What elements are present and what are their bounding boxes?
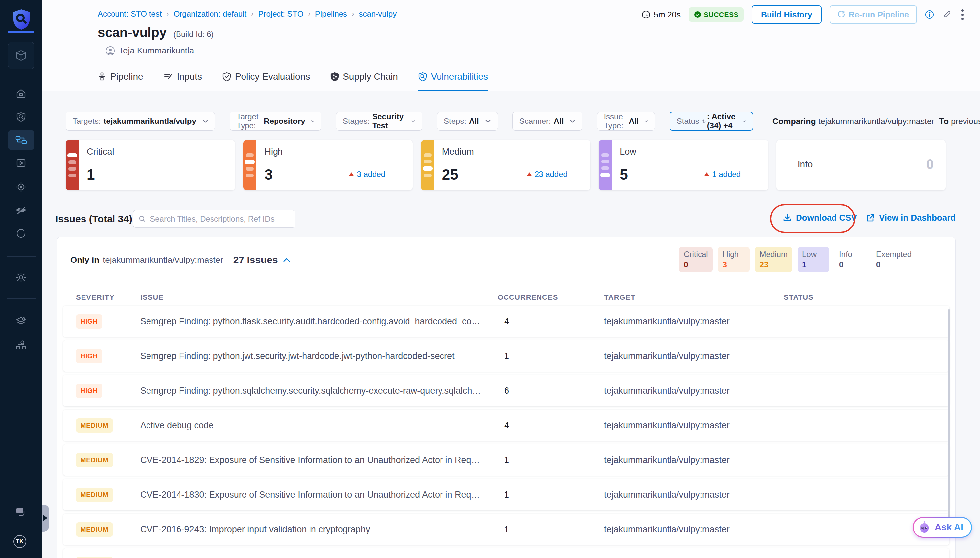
high-card[interactable]: High 3 3 added xyxy=(243,140,412,190)
issue-title: CVE-2014-1830: Exposure of Sensitive Inf… xyxy=(140,490,497,500)
tab-vulnerabilities[interactable]: Vulnerabilities xyxy=(419,68,488,92)
tab-inputs[interactable]: Inputs xyxy=(164,68,202,92)
table-row[interactable]: MEDIUM CVE-2014-1830: Exposure of Sensit… xyxy=(63,479,949,510)
svg-text:?: ? xyxy=(19,509,21,513)
comparing-text: Comparing tejakummarikuntla/vulpy:master… xyxy=(772,117,980,126)
user-avatar[interactable]: TK xyxy=(13,535,26,548)
sidebar-item-pipelines[interactable] xyxy=(8,130,34,150)
filter-status[interactable]: Status : Active (34) +4 xyxy=(669,112,753,131)
chevron-down-icon xyxy=(569,119,576,123)
medium-card[interactable]: Medium 25 23 added xyxy=(421,140,590,190)
chevron-up-icon[interactable] xyxy=(283,258,290,262)
sidebar-item-module-layers[interactable] xyxy=(8,312,34,332)
more-options-menu[interactable] xyxy=(959,7,965,22)
sidebar-item-security-tests[interactable] xyxy=(8,200,34,220)
chevron-down-icon xyxy=(411,119,416,123)
critical-strip-icon xyxy=(65,140,79,190)
ask-ai-button[interactable]: Ask AI xyxy=(913,517,972,538)
low-card[interactable]: Low 5 1 added xyxy=(599,140,768,190)
table-row[interactable]: MEDIUM CVE-2017-11424: PyJWT: Improper V… xyxy=(63,548,949,558)
sidebar-divider xyxy=(7,299,36,299)
edit-pencil-icon[interactable] xyxy=(942,10,951,19)
chip-exempted: Exempted0 xyxy=(872,247,916,272)
sidebar-item-settings[interactable] xyxy=(8,268,34,287)
severity-badge: MEDIUM xyxy=(76,487,113,502)
critical-card[interactable]: Critical 1 xyxy=(65,140,235,190)
table-row[interactable]: MEDIUM CVE-2016-9243: Improper input val… xyxy=(63,514,949,545)
home-icon xyxy=(16,89,26,99)
breadcrumb-project[interactable]: Project: STO xyxy=(258,9,303,18)
sidebar-expand-handle[interactable] xyxy=(42,504,49,532)
sidebar-item-home[interactable] xyxy=(8,84,34,104)
issue-title: Active debug code xyxy=(140,420,497,430)
occurrences-count: 4 xyxy=(497,420,604,430)
rerun-icon xyxy=(838,11,845,18)
tab-pipeline[interactable]: Pipeline xyxy=(98,68,143,92)
filter-scanner[interactable]: Scanner:All xyxy=(512,112,583,131)
severity-badge: HIGH xyxy=(76,314,102,328)
table-row[interactable]: HIGH Semgrep Finding: python.sqlalchemy.… xyxy=(63,375,949,407)
help-chat-icon: ? xyxy=(15,507,27,518)
table-scrollbar[interactable] xyxy=(948,309,950,524)
page-title: scan-vulpy xyxy=(98,25,167,40)
clock-icon xyxy=(642,10,650,19)
severity-badge: MEDIUM xyxy=(76,419,113,433)
chevron-down-icon xyxy=(311,119,314,123)
view-in-dashboard-button[interactable]: View in Dashboard xyxy=(866,213,955,223)
filter-target-type[interactable]: Target Type:Repository xyxy=(230,112,321,131)
chevron-down-icon xyxy=(485,119,491,123)
severity-cards: Critical 1 High 3 3 added Medium 25 23 a… xyxy=(65,140,946,190)
rerun-pipeline-button[interactable]: Re-run Pipeline xyxy=(829,5,917,24)
increase-triangle-icon xyxy=(349,172,354,176)
issues-search[interactable] xyxy=(133,210,295,228)
severity-badge: MEDIUM xyxy=(76,453,113,467)
filter-steps[interactable]: Steps:All xyxy=(437,112,498,131)
occurrences-count: 1 xyxy=(497,455,604,465)
left-sidebar: ? TK xyxy=(0,0,42,558)
tab-policy-evaluations[interactable]: Policy Evaluations xyxy=(223,68,310,92)
download-icon xyxy=(783,213,792,223)
sto-logo-icon[interactable] xyxy=(12,8,31,30)
search-input[interactable] xyxy=(150,214,290,223)
sidebar-item-module-nodes[interactable] xyxy=(8,335,34,355)
table-header: SEVERITY ISSUE OCCURRENCES TARGET STATUS xyxy=(63,289,949,306)
info-card[interactable]: Info 0 xyxy=(776,140,946,190)
table-row[interactable]: HIGH Semgrep Finding: python.jwt.securit… xyxy=(63,340,949,372)
info-icon[interactable] xyxy=(925,10,934,19)
build-id-label: (Build Id: 6) xyxy=(173,30,214,39)
table-row[interactable]: MEDIUM CVE-2014-1829: Exposure of Sensit… xyxy=(63,445,949,476)
filter-targets[interactable]: Targets:tejakummarikuntla/vulpy xyxy=(65,112,215,131)
medium-added-badge: 23 added xyxy=(527,170,568,179)
breadcrumb-current[interactable]: scan-vulpy xyxy=(359,9,397,18)
inputs-tab-icon xyxy=(164,72,173,81)
pipelines-icon xyxy=(15,135,27,145)
breadcrumb-account[interactable]: Account: STO test xyxy=(98,9,162,18)
sidebar-item-targets[interactable] xyxy=(8,177,34,197)
breadcrumb: Account: STO test› Organization: default… xyxy=(98,9,397,18)
shield-scan-icon xyxy=(16,112,26,122)
sidebar-item-get-started[interactable] xyxy=(8,223,34,243)
filter-stages[interactable]: Stages:Security Test xyxy=(336,112,422,131)
power-icon xyxy=(16,228,26,238)
module-selector[interactable] xyxy=(8,42,34,69)
table-row[interactable]: MEDIUM Active debug code 4 tejakummariku… xyxy=(63,410,949,441)
target-name: tejakummarikuntla/vulpy:master xyxy=(604,351,784,361)
sidebar-item-executions[interactable] xyxy=(8,153,34,173)
group-header[interactable]: Only in tejakummarikuntla/vulpy:master 2… xyxy=(70,254,290,266)
build-history-button[interactable]: Build History xyxy=(752,5,821,24)
author-divider xyxy=(102,42,102,59)
sidebar-item-scans[interactable] xyxy=(8,107,34,127)
layers-gear-icon xyxy=(15,316,27,327)
filter-issue-type[interactable]: Issue Type:All xyxy=(597,112,654,131)
breadcrumb-org[interactable]: Organization: default xyxy=(173,9,247,18)
issues-toolbar: Issues (Total 34) Download CSV View in D… xyxy=(0,209,980,229)
medium-strip-icon xyxy=(421,140,434,190)
download-csv-button[interactable]: Download CSV xyxy=(783,213,857,223)
table-row[interactable]: HIGH Semgrep Finding: python.flask.secur… xyxy=(63,306,949,337)
vulnerabilities-shield-icon xyxy=(419,72,427,81)
breadcrumb-pipelines[interactable]: Pipelines xyxy=(315,9,347,18)
occurrences-count: 4 xyxy=(497,316,604,327)
sidebar-item-help[interactable]: ? xyxy=(8,502,34,522)
tab-supply-chain[interactable]: Supply Chain xyxy=(330,68,398,92)
issue-title: CVE-2016-9243: Improper input validation… xyxy=(140,524,497,535)
